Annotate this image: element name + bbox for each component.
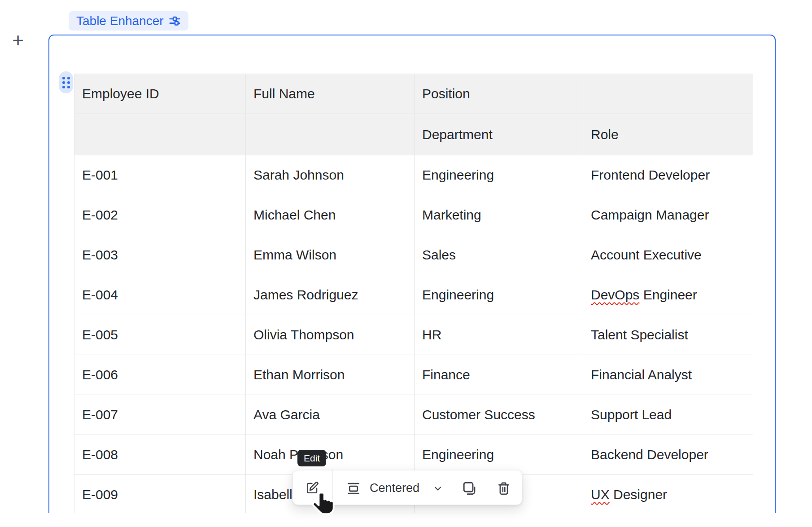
cell-department[interactable]: Engineering: [415, 155, 583, 195]
duplicate-button[interactable]: [461, 480, 478, 497]
chevron-down-icon[interactable]: [432, 483, 443, 494]
column-header-cell[interactable]: [74, 114, 246, 155]
cell-employee-id[interactable]: E-002: [74, 195, 246, 235]
cell-employee-id[interactable]: E-003: [74, 235, 246, 275]
cell-role[interactable]: DevOps Engineer: [583, 275, 753, 315]
align-center-icon: [346, 481, 361, 496]
header-row: Employee IDFull NamePosition: [74, 74, 753, 114]
cell-role[interactable]: Financial Analyst: [583, 355, 753, 395]
table-enhancer-badge[interactable]: Table Enhancer: [69, 11, 188, 31]
trash-icon: [496, 481, 511, 496]
cell-department[interactable]: Sales: [415, 235, 583, 275]
column-header-cell[interactable]: Full Name: [246, 74, 415, 114]
cell-employee-id[interactable]: E-005: [74, 315, 246, 355]
table-row: E-004James RodriguezEngineeringDevOps En…: [74, 275, 753, 315]
cell-full-name[interactable]: Sarah Johnson: [246, 155, 415, 195]
table-row: E-002Michael ChenMarketingCampaign Manag…: [74, 195, 753, 235]
edit-tooltip: Edit: [297, 450, 326, 466]
cell-role[interactable]: Backend Developer: [583, 435, 753, 475]
cell-full-name[interactable]: Ethan Morrison: [246, 355, 415, 395]
cell-role[interactable]: Talent Specialist: [583, 315, 753, 355]
table-enhancer-label: Table Enhancer: [76, 14, 164, 28]
table-row: E-005Olivia ThompsonHRTalent Specialist: [74, 315, 753, 355]
cell-full-name[interactable]: Ava Garcia: [246, 395, 415, 435]
edit-icon: [305, 481, 319, 495]
drag-dots-icon: [62, 77, 70, 88]
cell-department[interactable]: Customer Success: [415, 395, 583, 435]
cell-department[interactable]: HR: [415, 315, 583, 355]
duplicate-icon: [461, 480, 478, 497]
cell-role[interactable]: UX Designer: [583, 475, 753, 514]
table-row: E-003Emma WilsonSalesAccount Executive: [74, 235, 753, 275]
cell-department[interactable]: Marketing: [415, 195, 583, 235]
column-header-cell[interactable]: [583, 74, 753, 114]
cell-full-name[interactable]: James Rodriguez: [246, 275, 415, 315]
cell-full-name[interactable]: Emma Wilson: [246, 235, 415, 275]
column-header-cell[interactable]: Employee ID: [74, 74, 246, 114]
cell-employee-id[interactable]: E-008: [74, 435, 246, 475]
edit-button[interactable]: [298, 474, 327, 502]
alignment-dropdown[interactable]: Centered: [370, 470, 419, 505]
cell-role[interactable]: Support Lead: [583, 395, 753, 435]
cell-full-name[interactable]: Olivia Thompson: [246, 315, 415, 355]
column-header-cell[interactable]: Department: [415, 114, 583, 155]
cell-full-name[interactable]: Noah Peterson: [246, 435, 415, 475]
column-header-cell[interactable]: [246, 114, 415, 155]
table-row: E-007Ava GarciaCustomer SuccessSupport L…: [74, 395, 753, 435]
sliders-icon: [169, 15, 181, 27]
cell-full-name[interactable]: Michael Chen: [246, 195, 415, 235]
table-row: E-006Ethan MorrisonFinanceFinancial Anal…: [74, 355, 753, 395]
column-header-cell[interactable]: Role: [583, 114, 753, 155]
cell-role[interactable]: Campaign Manager: [583, 195, 753, 235]
cell-department[interactable]: Engineering: [415, 275, 583, 315]
column-header-cell[interactable]: Position: [415, 74, 583, 114]
delete-button[interactable]: [496, 480, 512, 496]
cell-employee-id[interactable]: E-009: [74, 475, 246, 514]
drag-handle[interactable]: [59, 71, 73, 93]
add-block-button[interactable]: +: [9, 31, 27, 49]
cell-department[interactable]: Engineering: [415, 435, 583, 475]
cell-employee-id[interactable]: E-004: [74, 275, 246, 315]
table-block-container: Employee IDFull NamePositionDepartmentRo…: [48, 35, 776, 513]
cell-employee-id[interactable]: E-001: [74, 155, 246, 195]
table-row: E-008Noah PetersonEngineeringBackend Dev…: [74, 435, 753, 475]
cell-role[interactable]: Frontend Developer: [583, 155, 753, 195]
editor-canvas: Table Enhancer + Employee IDFull NamePos…: [0, 0, 812, 527]
cell-department[interactable]: Finance: [415, 355, 583, 395]
table-row: E-001Sarah JohnsonEngineeringFrontend De…: [74, 155, 753, 195]
header-row: DepartmentRole: [74, 114, 753, 155]
cell-employee-id[interactable]: E-006: [74, 355, 246, 395]
misspelled-word: UX: [591, 487, 610, 502]
toolbar-divider: [332, 470, 333, 505]
cell-employee-id[interactable]: E-007: [74, 395, 246, 435]
cell-role[interactable]: Account Executive: [583, 235, 753, 275]
cell-toolbar: Centered: [292, 470, 522, 505]
employee-table: Employee IDFull NamePositionDepartmentRo…: [74, 74, 753, 513]
misspelled-word: DevOps: [591, 287, 639, 302]
